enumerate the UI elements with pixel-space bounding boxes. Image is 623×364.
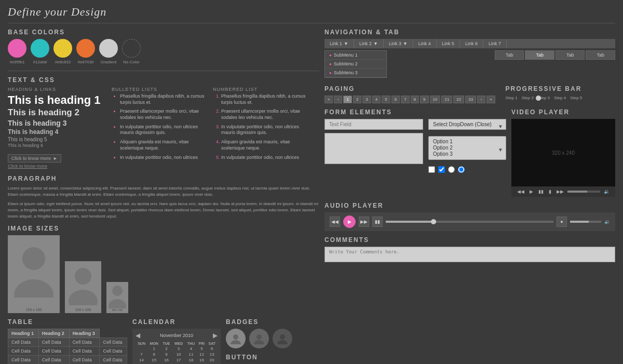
num-item: Aliquam gravida est mauris, vitae sceler…: [221, 139, 312, 151]
cal-cell[interactable]: 10: [172, 352, 185, 357]
cal-days-header: SUN MON TUE WED THU FRI SAT: [136, 341, 218, 346]
cal-cell[interactable]: 11: [185, 352, 197, 357]
tab-2[interactable]: Tab: [525, 50, 554, 60]
page-9-btn[interactable]: 9: [420, 96, 428, 103]
select-closed[interactable]: Select DropDown (Close): [428, 119, 506, 130]
nav-item-4[interactable]: Link 4: [413, 39, 437, 48]
cal-cell[interactable]: 9: [160, 352, 172, 357]
link-button-1[interactable]: Click to know more ►: [8, 154, 61, 163]
tab-1[interactable]: Tab: [495, 50, 524, 60]
audio-play-btn[interactable]: ▶: [343, 215, 356, 228]
nav-item-3[interactable]: Link 3 ▼: [384, 39, 413, 48]
color-label-gradient: Gradient: [99, 60, 118, 64]
page-5-btn[interactable]: 5: [382, 96, 390, 103]
video-controls: ◀◀ ▶ ▮▮ ▮ ▶▶ 🔉: [511, 186, 615, 197]
video-title: VIDEO PLAYER: [511, 109, 615, 116]
cal-cell[interactable]: 4: [185, 346, 197, 352]
submenu-item-2[interactable]: ● SubMenu 2: [325, 60, 386, 69]
page-prev-btn[interactable]: ‹: [334, 96, 342, 103]
page-next-btn[interactable]: ›: [477, 96, 485, 103]
page-8-btn[interactable]: 8: [411, 96, 419, 103]
page-4-btn[interactable]: 4: [372, 96, 381, 103]
color-label-yellow: #e8c832: [53, 60, 72, 64]
link-button-2[interactable]: Click to know more: [8, 164, 47, 169]
page-21-btn[interactable]: 21: [441, 96, 452, 103]
bullet-item: In vulputate porttitor odio, non ultrice…: [120, 155, 208, 161]
cal-cell[interactable]: 16: [160, 357, 172, 363]
submenu-item-3[interactable]: ● SubMenu 3: [325, 69, 386, 77]
tab-4[interactable]: Tab: [586, 50, 615, 60]
cal-cell[interactable]: 8: [147, 352, 160, 357]
nav-item-6[interactable]: Link 6: [460, 39, 483, 48]
cal-cell[interactable]: 13: [207, 352, 218, 357]
page-7-btn[interactable]: 7: [401, 96, 409, 103]
cal-cell[interactable]: 6: [207, 346, 218, 352]
tab-3[interactable]: Tab: [556, 50, 585, 60]
cal-cell[interactable]: 3: [172, 346, 185, 352]
page-6-btn[interactable]: 6: [391, 96, 400, 103]
vid-stop-btn[interactable]: ▮: [547, 188, 553, 195]
checkbox-1[interactable]: [428, 166, 435, 173]
base-colors-title: BASE COLORS: [8, 29, 319, 36]
radio-1[interactable]: [448, 166, 455, 173]
select-wrapper-open: Option 1 Option 2 Option 3 ▼: [428, 136, 506, 163]
text-field[interactable]: [324, 119, 423, 130]
vid-vol-icon[interactable]: 🔉: [602, 188, 611, 195]
page-last-btn[interactable]: »: [486, 96, 495, 103]
vid-fwd-btn[interactable]: ▮▮: [537, 188, 545, 195]
vid-play-btn[interactable]: ◀◀: [516, 188, 526, 195]
page-33-btn[interactable]: 33: [465, 96, 476, 103]
cal-cell[interactable]: 17: [172, 357, 185, 363]
video-track[interactable]: [567, 191, 600, 193]
page-3-btn[interactable]: 3: [362, 96, 371, 103]
swatch-orange[interactable]: [76, 39, 95, 58]
audio-prev-btn[interactable]: ◀◀: [330, 217, 340, 227]
cal-cell[interactable]: 19: [197, 357, 206, 363]
badges-button-col: BADGES: [226, 318, 319, 364]
page-10-btn[interactable]: 10: [430, 96, 441, 103]
audio-next-btn[interactable]: ▶▶: [359, 217, 369, 227]
page-1-btn[interactable]: 1: [343, 96, 351, 103]
cal-cell[interactable]: 2: [160, 346, 172, 352]
cal-prev-btn[interactable]: ◀: [136, 332, 140, 339]
audio-toggle-btn[interactable]: ▮▮: [372, 217, 383, 227]
radio-2[interactable]: [458, 166, 465, 173]
cal-cell[interactable]: 1: [147, 346, 160, 352]
table-row: Cell Data Cell Data Cell Data Cell Data: [8, 355, 127, 364]
textarea-field[interactable]: [324, 133, 423, 164]
cal-next-btn[interactable]: ▶: [213, 332, 218, 339]
checkbox-2[interactable]: [438, 166, 445, 173]
submenu-item-1[interactable]: ● SubMenu 1: [325, 51, 386, 60]
audio-dot-btn[interactable]: ●: [557, 217, 567, 227]
swatch-yellow[interactable]: [53, 39, 72, 58]
nav-item-2[interactable]: Link 2 ▼: [354, 39, 384, 48]
cal-cell[interactable]: 20: [207, 357, 218, 363]
select-open[interactable]: Option 1 Option 2 Option 3: [428, 136, 506, 160]
cal-cell[interactable]: 14: [136, 357, 147, 363]
cal-cell[interactable]: 15: [147, 357, 160, 363]
swatch-pink[interactable]: [8, 39, 26, 58]
svg-point-11: [277, 340, 288, 344]
swatch-gray[interactable]: [99, 39, 118, 58]
audio-vol-track[interactable]: [570, 221, 601, 223]
cal-cell[interactable]: 7: [136, 352, 147, 357]
swatch-teal[interactable]: [31, 39, 49, 58]
comments-textarea[interactable]: [324, 247, 615, 262]
page-first-btn[interactable]: «: [324, 96, 333, 103]
audio-track[interactable]: [386, 221, 553, 223]
image-sizes-section: IMAGE SIZES 150 x 150: [8, 225, 319, 313]
cal-cell[interactable]: 18: [185, 357, 197, 363]
nav-item-5[interactable]: Link 5: [437, 39, 460, 48]
vid-vol-btn[interactable]: ▶▶: [555, 188, 565, 195]
cal-cell[interactable]: 5: [197, 346, 206, 352]
nav-item-7[interactable]: Link 7: [483, 39, 507, 48]
table-cell: Cell Data: [38, 355, 69, 364]
page-22-btn[interactable]: 22: [453, 96, 464, 103]
cal-cell[interactable]: [136, 346, 147, 352]
page-2-btn[interactable]: 2: [353, 96, 361, 103]
table-row: Cell Data Cell Data Cell Data Cell Data: [8, 338, 127, 346]
swatch-none[interactable]: [122, 39, 141, 58]
nav-item-1[interactable]: Link 1 ▼: [324, 39, 354, 48]
cal-cell[interactable]: 12: [197, 352, 206, 357]
vid-rew-btn[interactable]: ▶: [528, 188, 535, 195]
